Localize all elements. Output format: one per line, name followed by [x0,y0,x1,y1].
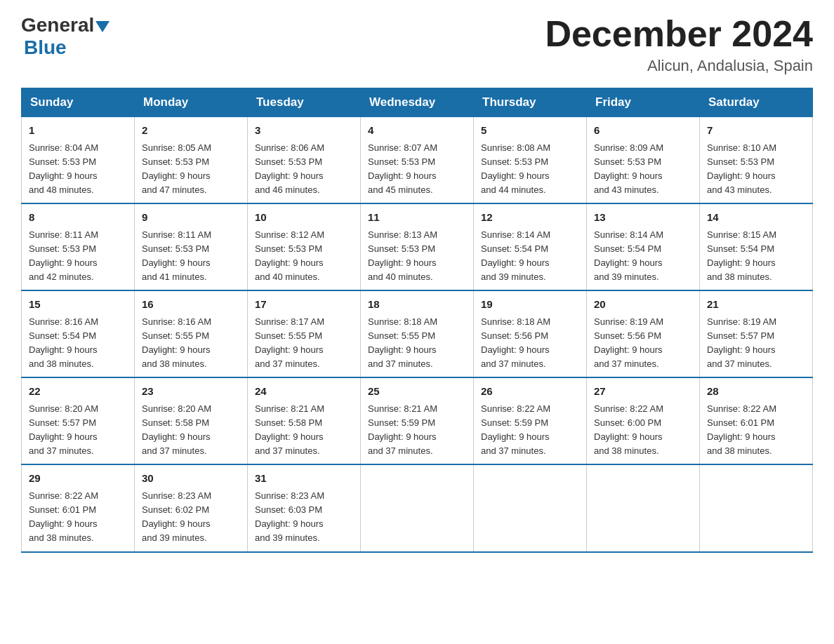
day-number: 14 [707,210,805,226]
calendar-day-cell: 16Sunrise: 8:16 AMSunset: 5:55 PMDayligh… [135,290,248,377]
logo-general-text: General [21,14,94,36]
calendar-day-cell: 21Sunrise: 8:19 AMSunset: 5:57 PMDayligh… [700,290,813,377]
calendar-day-cell: 27Sunrise: 8:22 AMSunset: 6:00 PMDayligh… [587,377,700,464]
location-title: Alicun, Andalusia, Spain [545,57,813,75]
day-info: Sunrise: 8:23 AMSunset: 6:02 PMDaylight:… [142,490,211,543]
day-info: Sunrise: 8:14 AMSunset: 5:54 PMDaylight:… [481,229,550,282]
weekday-header-row: SundayMondayTuesdayWednesdayThursdayFrid… [22,88,813,117]
day-number: 22 [29,384,127,400]
weekday-header-tuesday: Tuesday [248,88,361,117]
calendar-day-cell: 15Sunrise: 8:16 AMSunset: 5:54 PMDayligh… [22,290,135,377]
calendar-day-cell: 4Sunrise: 8:07 AMSunset: 5:53 PMDaylight… [361,117,474,204]
calendar-week-row: 1Sunrise: 8:04 AMSunset: 5:53 PMDaylight… [22,117,813,204]
weekday-header-wednesday: Wednesday [361,88,474,117]
day-info: Sunrise: 8:16 AMSunset: 5:55 PMDaylight:… [142,316,211,369]
day-info: Sunrise: 8:21 AMSunset: 5:59 PMDaylight:… [368,403,437,456]
calendar-day-cell: 29Sunrise: 8:22 AMSunset: 6:01 PMDayligh… [22,464,135,551]
calendar-day-cell: 14Sunrise: 8:15 AMSunset: 5:54 PMDayligh… [700,203,813,290]
day-info: Sunrise: 8:19 AMSunset: 5:56 PMDaylight:… [594,316,663,369]
calendar-day-cell: 31Sunrise: 8:23 AMSunset: 6:03 PMDayligh… [248,464,361,551]
day-info: Sunrise: 8:22 AMSunset: 6:01 PMDaylight:… [707,403,776,456]
weekday-header-saturday: Saturday [700,88,813,117]
day-number: 28 [707,384,805,400]
calendar-day-cell: 24Sunrise: 8:21 AMSunset: 5:58 PMDayligh… [248,377,361,464]
calendar-day-cell: 30Sunrise: 8:23 AMSunset: 6:02 PMDayligh… [135,464,248,551]
day-number: 3 [255,123,353,139]
day-info: Sunrise: 8:06 AMSunset: 5:53 PMDaylight:… [255,142,324,195]
day-number: 18 [368,297,466,313]
day-info: Sunrise: 8:07 AMSunset: 5:53 PMDaylight:… [368,142,437,195]
day-number: 2 [142,123,240,139]
calendar-day-cell: 8Sunrise: 8:11 AMSunset: 5:53 PMDaylight… [22,203,135,290]
day-info: Sunrise: 8:11 AMSunset: 5:53 PMDaylight:… [142,229,211,282]
calendar-day-cell: 18Sunrise: 8:18 AMSunset: 5:55 PMDayligh… [361,290,474,377]
day-number: 16 [142,297,240,313]
day-number: 30 [142,471,240,487]
calendar-week-row: 29Sunrise: 8:22 AMSunset: 6:01 PMDayligh… [22,464,813,551]
day-info: Sunrise: 8:22 AMSunset: 5:59 PMDaylight:… [481,403,550,456]
calendar-day-cell: 12Sunrise: 8:14 AMSunset: 5:54 PMDayligh… [474,203,587,290]
day-info: Sunrise: 8:21 AMSunset: 5:58 PMDaylight:… [255,403,324,456]
calendar-day-cell: 28Sunrise: 8:22 AMSunset: 6:01 PMDayligh… [700,377,813,464]
day-number: 11 [368,210,466,226]
day-info: Sunrise: 8:16 AMSunset: 5:54 PMDaylight:… [29,316,98,369]
day-number: 29 [29,471,127,487]
day-info: Sunrise: 8:23 AMSunset: 6:03 PMDaylight:… [255,490,324,543]
day-number: 17 [255,297,353,313]
day-number: 27 [594,384,692,400]
title-section: December 2024 Alicun, Andalusia, Spain [545,14,813,75]
calendar-day-cell: 23Sunrise: 8:20 AMSunset: 5:58 PMDayligh… [135,377,248,464]
day-number: 20 [594,297,692,313]
day-info: Sunrise: 8:22 AMSunset: 6:01 PMDaylight:… [29,490,98,543]
weekday-header-sunday: Sunday [22,88,135,117]
day-info: Sunrise: 8:18 AMSunset: 5:56 PMDaylight:… [481,316,550,369]
day-info: Sunrise: 8:17 AMSunset: 5:55 PMDaylight:… [255,316,324,369]
day-number: 6 [594,123,692,139]
calendar-day-cell: 3Sunrise: 8:06 AMSunset: 5:53 PMDaylight… [248,117,361,204]
calendar-day-cell: 13Sunrise: 8:14 AMSunset: 5:54 PMDayligh… [587,203,700,290]
calendar-day-cell: 20Sunrise: 8:19 AMSunset: 5:56 PMDayligh… [587,290,700,377]
calendar-day-cell: 10Sunrise: 8:12 AMSunset: 5:53 PMDayligh… [248,203,361,290]
day-number: 26 [481,384,579,400]
calendar-day-cell: 6Sunrise: 8:09 AMSunset: 5:53 PMDaylight… [587,117,700,204]
day-info: Sunrise: 8:19 AMSunset: 5:57 PMDaylight:… [707,316,776,369]
calendar-day-cell: 11Sunrise: 8:13 AMSunset: 5:53 PMDayligh… [361,203,474,290]
day-number: 31 [255,471,353,487]
day-info: Sunrise: 8:12 AMSunset: 5:53 PMDaylight:… [255,229,324,282]
day-info: Sunrise: 8:05 AMSunset: 5:53 PMDaylight:… [142,142,211,195]
weekday-header-thursday: Thursday [474,88,587,117]
calendar-day-cell: 19Sunrise: 8:18 AMSunset: 5:56 PMDayligh… [474,290,587,377]
logo-arrow-icon [95,21,110,32]
calendar-day-cell: 1Sunrise: 8:04 AMSunset: 5:53 PMDaylight… [22,117,135,204]
day-number: 9 [142,210,240,226]
day-number: 13 [594,210,692,226]
day-info: Sunrise: 8:20 AMSunset: 5:58 PMDaylight:… [142,403,211,456]
page-header: General Blue December 2024 Alicun, Andal… [21,14,813,75]
calendar-week-row: 22Sunrise: 8:20 AMSunset: 5:57 PMDayligh… [22,377,813,464]
day-info: Sunrise: 8:20 AMSunset: 5:57 PMDaylight:… [29,403,98,456]
calendar-day-cell: 7Sunrise: 8:10 AMSunset: 5:53 PMDaylight… [700,117,813,204]
calendar-day-cell: 26Sunrise: 8:22 AMSunset: 5:59 PMDayligh… [474,377,587,464]
month-title: December 2024 [545,14,813,54]
calendar-day-cell: 17Sunrise: 8:17 AMSunset: 5:55 PMDayligh… [248,290,361,377]
calendar-week-row: 8Sunrise: 8:11 AMSunset: 5:53 PMDaylight… [22,203,813,290]
calendar-day-cell [361,464,474,551]
day-info: Sunrise: 8:04 AMSunset: 5:53 PMDaylight:… [29,142,98,195]
calendar-day-cell [474,464,587,551]
day-number: 15 [29,297,127,313]
calendar-day-cell [700,464,813,551]
day-info: Sunrise: 8:09 AMSunset: 5:53 PMDaylight:… [594,142,663,195]
day-info: Sunrise: 8:15 AMSunset: 5:54 PMDaylight:… [707,229,776,282]
calendar-day-cell: 22Sunrise: 8:20 AMSunset: 5:57 PMDayligh… [22,377,135,464]
calendar-day-cell: 5Sunrise: 8:08 AMSunset: 5:53 PMDaylight… [474,117,587,204]
day-number: 25 [368,384,466,400]
day-number: 1 [29,123,127,139]
day-number: 21 [707,297,805,313]
day-number: 7 [707,123,805,139]
calendar-day-cell: 9Sunrise: 8:11 AMSunset: 5:53 PMDaylight… [135,203,248,290]
logo: General Blue [21,14,111,59]
day-info: Sunrise: 8:10 AMSunset: 5:53 PMDaylight:… [707,142,776,195]
day-info: Sunrise: 8:18 AMSunset: 5:55 PMDaylight:… [368,316,437,369]
day-info: Sunrise: 8:22 AMSunset: 6:00 PMDaylight:… [594,403,663,456]
calendar-day-cell [587,464,700,551]
